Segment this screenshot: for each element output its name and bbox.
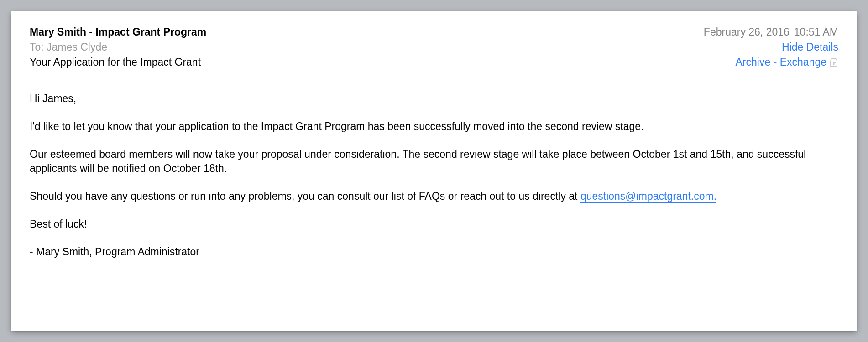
header-meta: February 26, 201610:51 AM Hide Details A… bbox=[704, 25, 838, 69]
paragraph-2: Our esteemed board members will now take… bbox=[30, 147, 838, 176]
svg-rect-1 bbox=[833, 62, 836, 63]
paragraph-1: I'd like to let you know that your appli… bbox=[30, 119, 838, 134]
p3-text: Should you have any questions or run int… bbox=[30, 190, 580, 202]
signature: - Mary Smith, Program Administrator bbox=[30, 245, 838, 259]
archive-row: Archive - Exchange bbox=[704, 55, 838, 69]
timestamp: February 26, 201610:51 AM bbox=[704, 25, 838, 39]
email-card: Mary Smith - Impact Grant Program To: Ja… bbox=[11, 11, 857, 331]
time: 10:51 AM bbox=[794, 26, 838, 38]
archive-label: Archive - Exchange bbox=[736, 55, 826, 69]
email-body: Hi James, I'd like to let you know that … bbox=[30, 92, 838, 259]
paragraph-3: Should you have any questions or run int… bbox=[30, 189, 838, 203]
closing: Best of luck! bbox=[30, 217, 838, 231]
email-header: Mary Smith - Impact Grant Program To: Ja… bbox=[30, 25, 838, 78]
date: February 26, 2016 bbox=[704, 26, 790, 38]
hide-details-link[interactable]: Hide Details bbox=[704, 40, 838, 54]
to-name: James Clyde bbox=[47, 41, 107, 53]
to-prefix: To: bbox=[30, 41, 47, 53]
contact-email-link[interactable]: questions@impactgrant.com. bbox=[580, 190, 716, 203]
mailbox-icon bbox=[829, 57, 838, 68]
greeting: Hi James, bbox=[30, 92, 838, 106]
